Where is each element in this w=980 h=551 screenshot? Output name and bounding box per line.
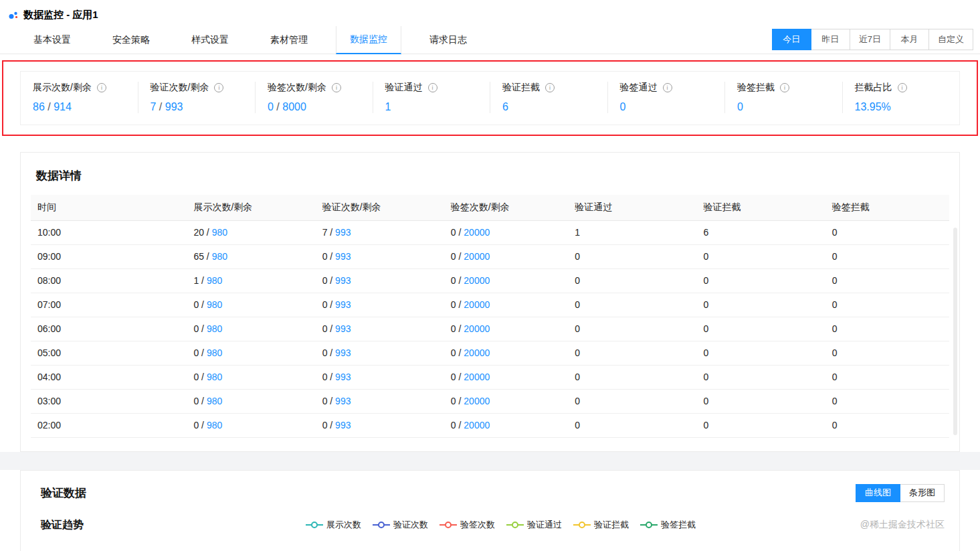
cell-time: 10:00 — [31, 220, 187, 244]
cell-verify: 0 / 993 — [316, 365, 444, 389]
date-filter-this-month[interactable]: 本月 — [890, 29, 929, 50]
stat-verify-block: 验证拦截i6 — [490, 82, 608, 113]
stat-value: 0 / 8000 — [268, 101, 373, 113]
legend-label: 验签拦截 — [661, 519, 696, 531]
info-icon[interactable]: i — [97, 83, 106, 92]
stat-label: 验证通过i — [385, 82, 490, 94]
stat-impressions-remaining: 展示次数/剩余i86 / 914 — [21, 82, 138, 113]
tab-basic-settings[interactable]: 基本设置 — [20, 26, 84, 54]
column-header: 验签次数/剩余 — [444, 195, 568, 220]
legend-verify-pass[interactable]: 验证通过 — [506, 519, 562, 531]
chart-legend: 展示次数验证次数验签次数验证通过验证拦截验签拦截 — [141, 519, 860, 531]
cell-verify-pass: 0 — [568, 389, 696, 413]
cell-impressions: 0 / 980 — [187, 341, 315, 365]
page: 数据监控 - 应用1 基本设置安全策略样式设置素材管理数据监控请求日志 今日昨日… — [0, 0, 980, 551]
table-row: 08:001 / 9800 / 9930 / 20000000 — [31, 268, 949, 293]
stat-value-remain: 8000 — [282, 101, 306, 112]
nav-row: 基本设置安全策略样式设置素材管理数据监控请求日志 今日昨日近7日本月自定义 — [0, 25, 980, 54]
date-filter-custom[interactable]: 自定义 — [928, 29, 973, 50]
stats-summary-card: 展示次数/剩余i86 / 914验证次数/剩余i7 / 993验签次数/剩余i0… — [20, 71, 960, 125]
legend-marker-icon — [640, 522, 658, 528]
cell-impressions: 20 / 980 — [187, 220, 315, 244]
legend-verify-count[interactable]: 验证次数 — [373, 519, 428, 531]
cell-sign: 0 / 20000 — [444, 389, 568, 413]
legend-marker-icon — [306, 522, 323, 528]
stat-value: 86 / 914 — [33, 101, 138, 113]
annotation-highlight-box: 展示次数/剩余i86 / 914验证次数/剩余i7 / 993验签次数/剩余i0… — [2, 60, 978, 136]
table-scrollbar[interactable] — [953, 228, 957, 435]
table-row: 07:000 / 9800 / 9930 / 20000000 — [31, 293, 949, 317]
cell-verify: 0 / 993 — [316, 317, 444, 341]
info-icon[interactable]: i — [898, 83, 907, 92]
info-icon[interactable]: i — [545, 83, 555, 92]
chart-type-line-chart[interactable]: 曲线图 — [856, 484, 900, 502]
cell-impressions: 0 / 980 — [187, 389, 315, 413]
legend-sign-count[interactable]: 验签次数 — [439, 519, 495, 531]
stat-value-main: 0 — [268, 101, 274, 112]
section-divider — [0, 452, 980, 470]
cell-verify-block: 0 — [696, 413, 825, 437]
stat-value-main: 0 — [737, 101, 743, 112]
legend-sign-block[interactable]: 验签拦截 — [640, 519, 696, 531]
cell-verify: 0 / 993 — [316, 293, 444, 317]
stat-value: 7 / 993 — [151, 101, 256, 113]
cell-verify-block: 0 — [696, 341, 825, 365]
stat-value-main: 6 — [502, 101, 508, 112]
stat-value: 1 — [385, 101, 490, 113]
cell-sign: 0 / 20000 — [444, 220, 568, 244]
tab-data-monitoring[interactable]: 数据监控 — [336, 26, 401, 54]
stat-value-remain: 914 — [54, 101, 72, 112]
cell-time: 02:00 — [31, 413, 187, 437]
column-header: 时间 — [31, 195, 187, 220]
cell-verify-pass: 0 — [568, 341, 696, 365]
cell-verify-block: 0 — [696, 365, 825, 389]
info-icon[interactable]: i — [428, 83, 437, 92]
info-icon[interactable]: i — [780, 83, 789, 92]
stat-label: 拦截占比i — [855, 82, 960, 94]
chart-type-bar-chart[interactable]: 条形图 — [900, 484, 945, 502]
legend-label: 验证通过 — [527, 519, 562, 531]
cell-time: 04:00 — [31, 365, 187, 389]
legend-label: 验签次数 — [460, 519, 495, 531]
stat-value-main: 1 — [385, 101, 391, 112]
verify-header: 验证数据 曲线图条形图 — [35, 484, 945, 502]
legend-verify-block[interactable]: 验证拦截 — [573, 519, 629, 531]
tab-style-settings[interactable]: 样式设置 — [178, 26, 242, 54]
info-icon[interactable]: i — [214, 83, 223, 92]
cell-sign-block: 0 — [825, 293, 949, 317]
cell-impressions: 0 / 980 — [187, 365, 315, 389]
cell-time: 06:00 — [31, 317, 187, 341]
stat-block-ratio: 拦截占比i13.95% — [843, 82, 960, 113]
info-icon[interactable]: i — [332, 83, 341, 92]
cell-verify: 0 / 993 — [316, 244, 444, 268]
cell-verify-pass: 0 — [568, 365, 696, 389]
cell-verify-pass: 0 — [568, 268, 696, 293]
cell-sign-block: 0 — [825, 220, 949, 244]
table-row: 09:0065 / 9800 / 9930 / 20000000 — [31, 244, 949, 268]
legend-impressions[interactable]: 展示次数 — [306, 519, 361, 531]
column-header: 验证拦截 — [696, 195, 825, 220]
legend-marker-icon — [439, 522, 457, 528]
table-row: 02:000 / 9800 / 9930 / 20000000 — [31, 413, 949, 437]
tab-security-policy[interactable]: 安全策略 — [99, 26, 163, 54]
tab-material-management[interactable]: 素材管理 — [257, 26, 321, 54]
cell-verify-block: 0 — [696, 317, 825, 341]
cell-impressions: 0 / 980 — [187, 317, 315, 341]
legend-marker-icon — [373, 522, 390, 528]
legend-label: 验证次数 — [393, 519, 428, 531]
date-filter-today[interactable]: 今日 — [772, 29, 811, 50]
date-filter-yesterday[interactable]: 昨日 — [811, 29, 850, 50]
cell-verify-pass: 0 — [568, 413, 696, 437]
table-row: 04:000 / 9800 / 9930 / 20000000 — [31, 365, 949, 389]
cell-time: 07:00 — [31, 293, 187, 317]
cell-sign: 0 / 20000 — [444, 413, 568, 437]
stat-sign-pass: 验签通过i0 — [608, 82, 726, 113]
info-icon[interactable]: i — [663, 83, 672, 92]
verify-data-card: 验证数据 曲线图条形图 验证趋势 展示次数验证次数验签次数验证通过验证拦截验签拦… — [20, 470, 960, 551]
detail-table: 时间展示次数/剩余验证次数/剩余验签次数/剩余验证通过验证拦截验签拦截 10:0… — [31, 195, 949, 438]
cell-verify-block: 0 — [696, 389, 825, 413]
date-filter-last-7-days[interactable]: 近7日 — [850, 29, 890, 50]
legend-label: 验证拦截 — [594, 519, 629, 531]
tab-request-logs[interactable]: 请求日志 — [416, 26, 480, 54]
cell-time: 03:00 — [31, 389, 187, 413]
